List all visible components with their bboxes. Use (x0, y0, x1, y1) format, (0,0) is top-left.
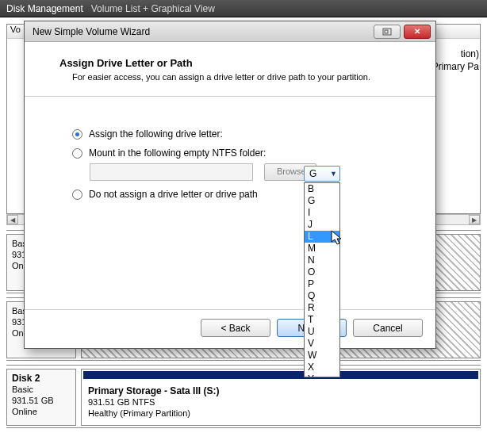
volume-name: Primary Storage - Sata III (S:) (88, 385, 474, 396)
dropdown-option[interactable]: Q (305, 290, 339, 302)
window-title: New Simple Volume Wizard (33, 26, 370, 37)
app-header: Disk Management Volume List + Graphical … (0, 0, 487, 17)
dropdown-option[interactable]: L (305, 231, 339, 243)
dropdown-option[interactable]: T (305, 314, 339, 326)
dropdown-option[interactable]: I (305, 207, 339, 219)
disk-summary: Disk 2 Basic 931.51 GB Online (6, 369, 76, 426)
page-title: Assign Drive Letter or Path (59, 57, 412, 69)
dropdown-option[interactable]: J (305, 219, 339, 231)
close-button[interactable]: ✕ (404, 25, 431, 39)
option-label: Assign the following drive letter: (89, 128, 223, 140)
dropdown-option[interactable]: B (305, 183, 339, 195)
dropdown-option[interactable]: W (305, 350, 339, 362)
disk-type: Basic (12, 384, 71, 395)
mount-path-input (90, 163, 253, 181)
dropdown-option[interactable]: G (305, 195, 339, 207)
help-icon (382, 28, 392, 36)
help-button[interactable] (374, 25, 401, 39)
app-title: Disk Management (6, 3, 83, 14)
scroll-right-icon[interactable]: ▶ (469, 215, 480, 224)
option-label: Mount in the following empty NTFS folder… (89, 147, 266, 159)
back-button[interactable]: < Back (201, 319, 270, 337)
titlebar[interactable]: New Simple Volume Wizard ✕ (25, 21, 435, 42)
svg-rect-1 (385, 30, 388, 33)
dropdown-option[interactable]: M (305, 243, 339, 255)
disk-volume-area[interactable]: Primary Storage - Sata III (S:) 931.51 G… (81, 369, 481, 426)
disk-status: Online (12, 406, 71, 417)
radio-mount[interactable] (72, 148, 82, 159)
drive-letter-dropdown[interactable]: BGIJLMNOPQRTUVWXYZ (304, 182, 340, 377)
dropdown-option[interactable]: V (305, 338, 339, 350)
radio-assign[interactable] (72, 129, 82, 140)
disk-title: Disk 2 (12, 373, 71, 384)
disk-size: 931.51 GB (12, 395, 71, 406)
dropdown-option[interactable]: U (305, 326, 339, 338)
dropdown-option[interactable]: X (305, 362, 339, 373)
selected-letter: G (309, 168, 316, 179)
cancel-button[interactable]: Cancel (353, 319, 423, 337)
close-icon: ✕ (414, 27, 420, 36)
dropdown-option[interactable]: Y (305, 373, 339, 377)
divider (25, 309, 435, 310)
wizard-dialog: New Simple Volume Wizard ✕ Assign Drive … (24, 21, 436, 349)
dropdown-option[interactable]: O (305, 266, 339, 278)
volume-health: Healthy (Primary Partition) (88, 408, 474, 419)
disk-row: Disk 2 Basic 931.51 GB Online Primary St… (6, 365, 481, 428)
dropdown-option[interactable]: P (305, 278, 339, 290)
drive-letter-select[interactable]: G ▼ (304, 166, 340, 182)
option-label: Do not assign a drive letter or drive pa… (89, 189, 258, 200)
chevron-down-icon: ▼ (330, 170, 337, 178)
option-assign-letter[interactable]: Assign the following drive letter: (72, 128, 412, 140)
volume-size: 931.51 GB NTFS (88, 396, 474, 408)
option-mount-folder[interactable]: Mount in the following empty NTFS folder… (72, 147, 412, 159)
app-subtitle: Volume List + Graphical View (91, 3, 215, 14)
option-no-assign[interactable]: Do not assign a drive letter or drive pa… (72, 189, 412, 200)
scroll-left-icon[interactable]: ◀ (7, 215, 18, 224)
dropdown-option[interactable]: R (305, 302, 339, 314)
dropdown-option[interactable]: N (305, 255, 339, 266)
partition-stripe (83, 371, 478, 379)
page-subtitle: For easier access, you can assign a driv… (72, 72, 412, 82)
radio-none[interactable] (72, 190, 82, 200)
